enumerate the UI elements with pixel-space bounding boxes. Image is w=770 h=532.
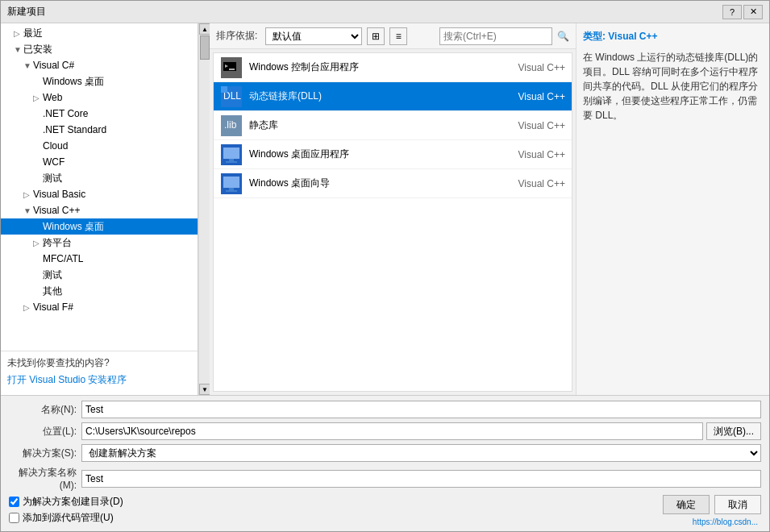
main-content: ▷最近▼已安装▼Visual C#Windows 桌面▷Web.NET Core… — [1, 23, 769, 395]
tree-arrow: ▼ — [23, 206, 33, 215]
tree-label: Visual C++ — [33, 205, 80, 216]
svg-rect-6 — [221, 86, 227, 93]
tree-item-vcsharp-test[interactable]: 测试 — [1, 170, 198, 186]
title-bar-buttons: ? ✕ — [722, 5, 763, 19]
sort-select[interactable]: 默认值 — [265, 27, 362, 45]
solution-name-label: 解决方案名称(M): — [9, 466, 81, 491]
tree-item-vfsharp[interactable]: ▷Visual F# — [1, 299, 198, 315]
tree-item-vcpp-windows[interactable]: Windows 桌面 — [1, 218, 198, 235]
watermark: https://blog.csdn... — [693, 517, 761, 526]
solution-label: 解决方案(S): — [9, 447, 81, 460]
tree-label: MFC/ATL — [43, 253, 83, 264]
template-icon-desktop — [220, 143, 243, 166]
bottom-actions: 为解决方案创建目录(D) 添加到源代码管理(U) 确定 取消 https://b… — [9, 495, 761, 526]
scroll-down-btn[interactable]: ▼ — [199, 384, 210, 395]
svg-rect-3 — [229, 69, 235, 70]
tree-label: WCF — [43, 156, 65, 168]
title-bar: 新建项目 ? ✕ — [1, 1, 769, 23]
scroll-thumb[interactable] — [200, 35, 210, 60]
tree-item-vcpp-other[interactable]: 其他 — [1, 283, 198, 299]
tree-item-vcsharp-netcore[interactable]: .NET Core — [1, 106, 198, 122]
list-view-button[interactable]: ≡ — [389, 27, 407, 45]
location-input[interactable] — [81, 422, 703, 440]
svg-rect-14 — [223, 177, 239, 188]
left-panel: ▷最近▼已安装▼Visual C#Windows 桌面▷Web.NET Core… — [1, 23, 198, 395]
tree-item-vcpp-cross[interactable]: ▷跨平台 — [1, 235, 198, 251]
search-icon[interactable]: 🔍 — [557, 31, 569, 42]
template-name: Windows 控制台应用程序 — [249, 60, 501, 74]
template-item-desktop[interactable]: Windows 桌面向导 Visual C++ — [214, 169, 572, 198]
checkbox2-row: 添加到源代码管理(U) — [9, 511, 123, 525]
tree-item-vcsharp-windows[interactable]: Windows 桌面 — [1, 73, 198, 89]
tree-item-vcpp-mfc[interactable]: MFC/ATL — [1, 251, 198, 267]
solution-name-input[interactable] — [81, 470, 761, 488]
tree-item-vcpp[interactable]: ▼Visual C++ — [1, 202, 198, 218]
help-button[interactable]: ? — [722, 5, 742, 19]
location-label: 位置(L): — [9, 425, 81, 438]
tree-item-installed[interactable]: ▼已安装 — [1, 41, 198, 57]
template-name: Windows 桌面应用程序 — [249, 148, 501, 161]
template-item-console[interactable]: Windows 控制台应用程序 Visual C++ — [214, 53, 572, 82]
checkbox-create-dir[interactable] — [9, 497, 19, 507]
template-item-lib[interactable]: .lib 静态库 Visual C++ — [214, 111, 572, 140]
svg-rect-10 — [223, 148, 239, 159]
right-panel: 类型: Visual C++ 在 Windows 上运行的动态链接库(DLL)的… — [576, 23, 769, 395]
sort-label: 排序依据: — [216, 29, 257, 43]
solution-name-row: 解决方案名称(M): — [9, 466, 761, 491]
svg-rect-11 — [229, 159, 234, 161]
new-project-dialog: 新建项目 ? ✕ ▷最近▼已安装▼Visual C#Windows 桌面▷Web… — [0, 0, 770, 532]
checkbox-source-control[interactable] — [9, 513, 19, 523]
tree-label: 最近 — [23, 27, 43, 40]
tree-item-vbasic[interactable]: ▷Visual Basic — [1, 186, 198, 202]
left-scrollbar[interactable]: ▲ ▼ — [198, 23, 210, 395]
tree-item-vcsharp-wcf[interactable]: WCF — [1, 154, 198, 170]
scroll-track[interactable] — [199, 35, 210, 384]
tree-label: Visual F# — [33, 301, 73, 313]
browse-button[interactable]: 浏览(B)... — [706, 422, 761, 440]
location-row: 位置(L): 浏览(B)... — [9, 422, 761, 440]
tree-arrow: ▷ — [14, 29, 23, 38]
tree-item-vcsharp-cloud[interactable]: Cloud — [1, 138, 198, 154]
checkbox1-label: 为解决方案创建目录(D) — [23, 495, 123, 509]
solution-select[interactable]: 创建新解决方案 添加到解决方案 — [81, 444, 761, 462]
left-panel-footer: 未找到你要查找的内容? 打开 Visual Studio 安装程序 — [1, 351, 198, 395]
center-panel: 排序依据: 默认值 ⊞ ≡ 🔍 Windows 控制台应用程序 Visual C… — [210, 23, 576, 395]
tree-item-vcsharp-netstandard[interactable]: .NET Standard — [1, 122, 198, 138]
tree-label: 测试 — [43, 268, 62, 282]
tree-label: 其他 — [43, 285, 62, 298]
tree-label: Windows 桌面 — [43, 220, 104, 234]
scroll-up-btn[interactable]: ▲ — [199, 23, 210, 35]
template-type: Visual C++ — [501, 62, 565, 73]
template-icon-dll: DLL — [220, 85, 243, 108]
tree-arrow: ▼ — [14, 45, 23, 54]
install-link[interactable]: 打开 Visual Studio 安装程序 — [7, 373, 191, 387]
template-item-dll[interactable]: DLL 动态链接库(DLL) Visual C++ — [214, 82, 572, 111]
name-label: 名称(N): — [9, 403, 81, 417]
tree-label: 已安装 — [23, 43, 52, 56]
tree-label: 跨平台 — [43, 236, 72, 250]
grid-view-button[interactable]: ⊞ — [367, 27, 385, 45]
svg-rect-12 — [226, 161, 237, 163]
cancel-button[interactable]: 取消 — [714, 495, 761, 514]
template-type: Visual C++ — [501, 178, 565, 189]
tree-item-vcpp-test[interactable]: 测试 — [1, 267, 198, 283]
checkbox1-row: 为解决方案创建目录(D) — [9, 495, 123, 509]
tree-label: .NET Core — [43, 108, 88, 119]
description-text: 在 Windows 上运行的动态链接库(DLL)的项目。DLL 容纳可同时在多个… — [583, 50, 763, 123]
template-name: 动态链接库(DLL) — [249, 89, 501, 103]
template-icon-lib: .lib — [220, 114, 243, 137]
svg-text:.lib: .lib — [224, 119, 237, 131]
not-found-label: 未找到你要查找的内容? — [7, 356, 191, 370]
tree-item-vcsharp-web[interactable]: ▷Web — [1, 89, 198, 106]
tree-label: Cloud — [43, 140, 68, 152]
template-item-desktop[interactable]: Windows 桌面应用程序 Visual C++ — [214, 140, 572, 169]
tree-item-recent[interactable]: ▷最近 — [1, 25, 198, 41]
template-name: Windows 桌面向导 — [249, 177, 501, 190]
search-input[interactable] — [439, 27, 552, 45]
toolbar: 排序依据: 默认值 ⊞ ≡ 🔍 — [210, 23, 576, 49]
name-input[interactable] — [81, 401, 761, 418]
tree-item-vcsharp[interactable]: ▼Visual C# — [1, 57, 198, 73]
ok-button[interactable]: 确定 — [663, 495, 710, 514]
close-button[interactable]: ✕ — [743, 5, 763, 19]
bottom-panel: 名称(N): 位置(L): 浏览(B)... 解决方案(S): 创建新解决方案 … — [1, 395, 769, 531]
